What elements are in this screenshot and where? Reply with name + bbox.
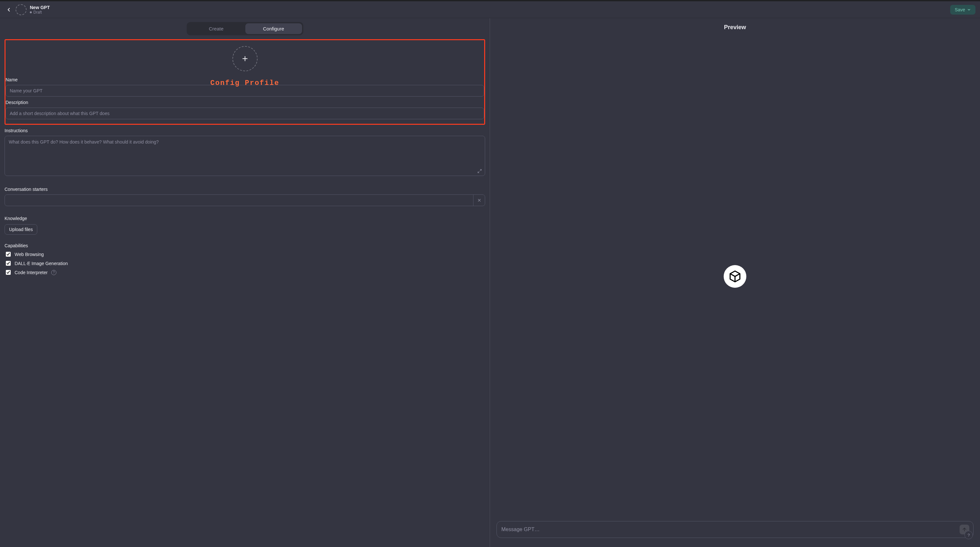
tab-create[interactable]: Create bbox=[188, 23, 245, 34]
name-input[interactable] bbox=[5, 85, 484, 97]
capability-label: Code Interpreter bbox=[14, 270, 48, 275]
capability-label: DALL·E Image Generation bbox=[14, 261, 68, 266]
capability-row-web-browsing: Web Browsing bbox=[5, 251, 485, 258]
capability-checkbox[interactable] bbox=[6, 261, 11, 266]
capabilities-label: Capabilities bbox=[5, 243, 485, 248]
svg-line-3 bbox=[478, 172, 479, 173]
starter-remove-button[interactable] bbox=[473, 195, 485, 206]
capability-checkbox[interactable] bbox=[6, 252, 11, 257]
preview-model-icon bbox=[724, 265, 746, 288]
capability-checkbox[interactable] bbox=[6, 270, 11, 275]
preview-message-input[interactable] bbox=[501, 526, 959, 533]
starters-label: Conversation starters bbox=[5, 187, 485, 192]
chevron-down-icon bbox=[967, 8, 971, 12]
svg-line-2 bbox=[480, 170, 481, 171]
upload-files-button[interactable]: Upload files bbox=[5, 224, 37, 235]
floating-help-button[interactable]: ? bbox=[964, 531, 973, 539]
description-label: Description bbox=[5, 100, 484, 105]
status-label: Draft bbox=[30, 10, 49, 14]
instructions-textarea[interactable] bbox=[5, 136, 485, 176]
config-panel: Create Configure Config Profile Name Des… bbox=[0, 18, 490, 547]
name-label: Name bbox=[5, 77, 484, 82]
status-text: Draft bbox=[33, 10, 42, 14]
mode-tabs: Create Configure bbox=[187, 22, 303, 35]
cube-icon bbox=[729, 270, 741, 283]
add-image-button[interactable] bbox=[232, 46, 258, 71]
chevron-left-icon bbox=[6, 7, 12, 13]
help-icon[interactable]: ? bbox=[51, 270, 56, 275]
capability-row-dalle: DALL·E Image Generation bbox=[5, 260, 485, 267]
preview-message-box bbox=[496, 521, 974, 538]
save-label: Save bbox=[955, 7, 965, 12]
starter-row bbox=[5, 194, 485, 206]
capability-row-code-interpreter: Code Interpreter ? bbox=[5, 269, 485, 276]
starter-input[interactable] bbox=[5, 195, 473, 206]
status-dot-icon bbox=[30, 11, 32, 13]
description-input[interactable] bbox=[5, 108, 484, 119]
instructions-label: Instructions bbox=[5, 128, 485, 133]
header-bar: New GPT Draft Save bbox=[0, 1, 980, 18]
expand-icon[interactable] bbox=[477, 169, 482, 174]
page-title: New GPT bbox=[30, 5, 49, 10]
plus-icon bbox=[241, 54, 249, 63]
profile-highlight-box: Config Profile Name Description bbox=[5, 39, 485, 125]
gpt-avatar-placeholder bbox=[16, 4, 27, 15]
capability-label: Web Browsing bbox=[14, 252, 44, 257]
knowledge-label: Knowledge bbox=[5, 216, 485, 221]
preview-title: Preview bbox=[490, 18, 980, 37]
back-button[interactable] bbox=[5, 5, 13, 14]
tab-configure[interactable]: Configure bbox=[245, 23, 302, 34]
preview-panel: Preview bbox=[490, 18, 980, 547]
close-icon bbox=[477, 198, 482, 202]
save-button[interactable]: Save bbox=[950, 5, 975, 14]
